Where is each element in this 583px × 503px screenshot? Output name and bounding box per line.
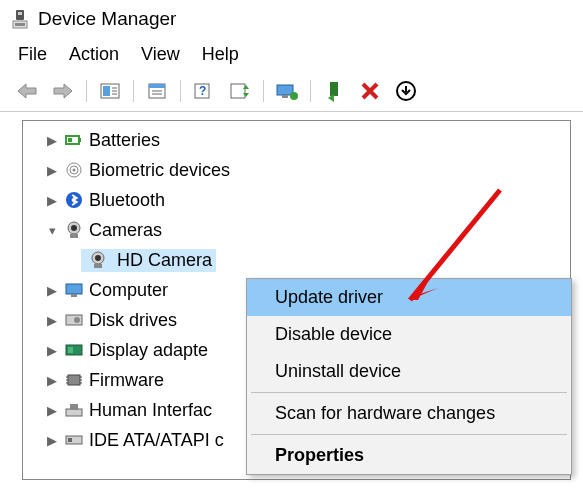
disk-icon — [61, 311, 87, 329]
chevron-right-icon: ▶ — [43, 433, 61, 448]
svg-rect-36 — [66, 284, 82, 294]
titlebar: Device Manager — [0, 0, 583, 38]
menu-update-driver[interactable]: Update driver — [247, 279, 571, 316]
battery-icon — [61, 131, 87, 149]
svg-rect-41 — [68, 347, 73, 353]
tree-label: Display adapte — [87, 340, 208, 361]
forward-button[interactable] — [48, 77, 78, 105]
chevron-right-icon: ▶ — [43, 313, 61, 328]
svg-rect-17 — [282, 95, 288, 98]
chevron-right-icon: ▶ — [43, 193, 61, 208]
svg-point-31 — [71, 225, 77, 231]
svg-point-34 — [95, 255, 101, 261]
enable-device-button[interactable] — [319, 77, 349, 105]
svg-rect-5 — [103, 86, 110, 96]
menu-action[interactable]: Action — [69, 44, 119, 65]
tree-item-hd-camera[interactable]: HD Camera — [23, 245, 570, 275]
menu-help[interactable]: Help — [202, 44, 239, 65]
menu-separator — [251, 392, 567, 393]
tree-label: Human Interfac — [87, 400, 212, 421]
svg-rect-37 — [71, 294, 77, 297]
svg-point-28 — [73, 169, 76, 172]
svg-rect-1 — [18, 12, 22, 15]
menu-uninstall-device[interactable]: Uninstall device — [247, 353, 571, 390]
tree-item-cameras[interactable]: ▾ Cameras — [23, 215, 570, 245]
disable-device-button[interactable] — [355, 77, 385, 105]
toolbar-separator — [180, 80, 181, 102]
back-button[interactable] — [12, 77, 42, 105]
menubar: File Action View Help — [0, 38, 583, 73]
tree-label: Disk drives — [87, 310, 177, 331]
camera-icon — [61, 220, 87, 240]
tree-item-batteries[interactable]: ▶ Batteries — [23, 125, 570, 155]
svg-rect-52 — [68, 438, 72, 442]
menu-scan-hardware[interactable]: Scan for hardware changes — [247, 395, 571, 432]
chevron-right-icon: ▶ — [43, 343, 61, 358]
menu-properties[interactable]: Properties — [247, 437, 571, 474]
uninstall-device-button[interactable] — [391, 77, 421, 105]
scan-button[interactable] — [225, 77, 255, 105]
svg-rect-15 — [231, 84, 245, 98]
menu-view[interactable]: View — [141, 44, 180, 65]
toolbar-separator — [133, 80, 134, 102]
camera-icon — [85, 250, 111, 270]
show-hidden-button[interactable] — [95, 77, 125, 105]
chevron-right-icon: ▶ — [43, 403, 61, 418]
svg-rect-49 — [66, 409, 82, 416]
svg-point-18 — [290, 92, 298, 100]
toolbar: ? — [0, 73, 583, 112]
svg-rect-19 — [330, 82, 338, 96]
chevron-right-icon: ▶ — [43, 163, 61, 178]
tree-label: Bluetooth — [87, 190, 165, 211]
svg-rect-35 — [94, 264, 102, 268]
toolbar-separator — [86, 80, 87, 102]
svg-point-39 — [74, 317, 80, 323]
toolbar-separator — [263, 80, 264, 102]
tree-label: Biometric devices — [87, 160, 230, 181]
menu-separator — [251, 434, 567, 435]
tree-label: Computer — [87, 280, 168, 301]
tree-label: HD Camera — [115, 250, 212, 271]
properties-button[interactable] — [142, 77, 172, 105]
fingerprint-icon — [61, 161, 87, 179]
tree-item-biometric[interactable]: ▶ Biometric devices — [23, 155, 570, 185]
svg-rect-25 — [68, 138, 72, 142]
svg-rect-50 — [70, 404, 78, 410]
svg-rect-24 — [79, 138, 81, 142]
svg-rect-10 — [149, 84, 165, 88]
ide-icon — [61, 431, 87, 449]
display-adapter-icon — [61, 341, 87, 359]
svg-rect-42 — [68, 375, 80, 385]
chevron-right-icon: ▶ — [43, 373, 61, 388]
chevron-right-icon: ▶ — [43, 283, 61, 298]
tree-label: IDE ATA/ATAPI c — [87, 430, 224, 451]
hid-icon — [61, 401, 87, 419]
svg-rect-23 — [66, 136, 79, 144]
tree-item-bluetooth[interactable]: ▶ Bluetooth — [23, 185, 570, 215]
svg-rect-32 — [70, 234, 78, 238]
chevron-right-icon: ▶ — [43, 133, 61, 148]
context-menu: Update driver Disable device Uninstall d… — [246, 278, 572, 475]
tree-label: Cameras — [87, 220, 162, 241]
update-driver-button[interactable] — [272, 77, 302, 105]
window-title: Device Manager — [38, 8, 176, 30]
tree-label: Batteries — [87, 130, 160, 151]
computer-icon — [61, 281, 87, 299]
device-manager-icon — [10, 9, 30, 29]
toolbar-separator — [310, 80, 311, 102]
help-button[interactable]: ? — [189, 77, 219, 105]
svg-rect-16 — [277, 85, 293, 95]
svg-text:?: ? — [199, 84, 206, 98]
svg-rect-3 — [15, 23, 25, 26]
chevron-down-icon: ▾ — [43, 223, 61, 238]
tree-label: Firmware — [87, 370, 164, 391]
firmware-icon — [61, 371, 87, 389]
bluetooth-icon — [61, 191, 87, 209]
menu-disable-device[interactable]: Disable device — [247, 316, 571, 353]
menu-file[interactable]: File — [18, 44, 47, 65]
